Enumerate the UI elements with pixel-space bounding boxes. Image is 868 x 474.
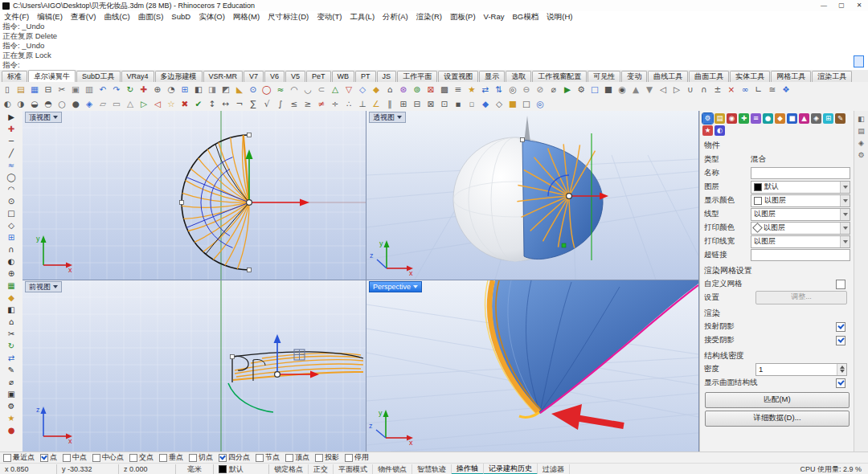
osnap-checkbox[interactable] bbox=[189, 454, 197, 462]
menu-item[interactable]: 渲染(R) bbox=[412, 11, 446, 22]
osnap-checkbox[interactable] bbox=[219, 454, 227, 462]
strip-icon[interactable]: ◧ bbox=[856, 113, 867, 125]
toolbar-icon[interactable]: ▤ bbox=[14, 83, 27, 96]
viewport-perspective-shaded[interactable]: y x z 透视图 bbox=[366, 111, 698, 280]
left-toolbar-icon[interactable]: ▶ bbox=[5, 111, 18, 123]
toolbar-icon[interactable]: ↻ bbox=[124, 83, 137, 96]
toolbar-icon[interactable]: △ bbox=[329, 83, 342, 96]
menu-item[interactable]: 曲面(S) bbox=[134, 11, 168, 22]
toolbar-icon[interactable]: ◆ bbox=[370, 83, 383, 96]
toolbar-icon[interactable]: ◁ bbox=[151, 97, 164, 110]
toolbar-icon[interactable]: √ bbox=[260, 97, 273, 110]
status-toggle[interactable]: 记录建构历史 bbox=[484, 464, 538, 474]
viewport-front[interactable]: z x 前视图 bbox=[23, 280, 366, 452]
left-toolbar-icon[interactable]: ◇ bbox=[5, 219, 18, 231]
status-toggle[interactable]: 平面模式 bbox=[334, 464, 373, 474]
toolbar-icon[interactable]: ⊖ bbox=[520, 83, 533, 96]
left-toolbar-icon[interactable]: ⚙ bbox=[5, 400, 18, 412]
toolbar-icon[interactable]: ◎ bbox=[506, 83, 519, 96]
left-toolbar-icon[interactable]: ▦ bbox=[5, 280, 18, 292]
menu-item[interactable]: SubD bbox=[167, 11, 194, 22]
ribbon-tab[interactable]: VSR-MR bbox=[203, 71, 244, 82]
toolbar-icon[interactable]: ● bbox=[69, 97, 82, 110]
panel-tab-icon[interactable]: ◈ bbox=[811, 113, 821, 124]
details-button[interactable]: 详细数据(D)... bbox=[705, 411, 850, 427]
toolbar-icon[interactable]: ∩ bbox=[698, 83, 710, 96]
toolbar-icon[interactable]: ◆ bbox=[479, 97, 492, 110]
name-input[interactable] bbox=[751, 167, 850, 179]
osnap-checkbox[interactable] bbox=[40, 454, 48, 462]
ribbon-tab[interactable]: 工作视窗配置 bbox=[532, 71, 587, 82]
osnap-toggle[interactable]: 四分点 bbox=[219, 452, 250, 463]
toolbar-icon[interactable]: ▫ bbox=[465, 97, 478, 110]
toolbar-icon[interactable]: ⊚ bbox=[411, 83, 424, 96]
ribbon-tab[interactable]: 卓尔谟翼牛 bbox=[28, 70, 76, 82]
ribbon-tab[interactable]: PeT bbox=[306, 71, 331, 82]
toolbar-icon[interactable]: ↕ bbox=[206, 97, 219, 110]
menu-item[interactable]: 实体(O) bbox=[194, 11, 229, 22]
toolbar-icon[interactable]: ◣ bbox=[233, 83, 246, 96]
hyperlink-input[interactable] bbox=[751, 249, 850, 261]
maximize-button[interactable]: ▢ bbox=[833, 0, 850, 11]
toolbar-icon[interactable]: □ bbox=[588, 83, 601, 96]
perspective-detail-canvas[interactable]: y x z bbox=[366, 280, 698, 452]
ribbon-tab[interactable]: 变动 bbox=[621, 71, 647, 82]
viewport-title-perspective[interactable]: 透视图 bbox=[369, 112, 406, 123]
toolbar-icon[interactable]: ◑ bbox=[14, 97, 27, 110]
toolbar-icon[interactable]: ¬ bbox=[233, 97, 246, 110]
toolbar-icon[interactable]: ■ bbox=[602, 83, 615, 96]
spinner-arrows[interactable] bbox=[837, 364, 846, 375]
toolbar-icon[interactable]: ∞ bbox=[739, 83, 751, 96]
osnap-toggle[interactable]: 点 bbox=[40, 452, 57, 463]
osnap-toggle[interactable]: 中点 bbox=[63, 452, 87, 463]
toolbar-icon[interactable]: ↷ bbox=[110, 83, 123, 96]
panel-tab-icon[interactable]: ▲ bbox=[799, 113, 809, 124]
ribbon-tab[interactable]: 选取 bbox=[506, 71, 531, 82]
toolbar-icon[interactable]: ✔ bbox=[192, 97, 205, 110]
panel-tab-icon[interactable]: ◉ bbox=[727, 113, 737, 124]
menu-item[interactable]: 尺寸标注(D) bbox=[264, 11, 313, 22]
viewport-title-perspective-active[interactable]: Perspective bbox=[369, 281, 422, 292]
custom-mesh-checkbox[interactable] bbox=[836, 280, 845, 289]
toolbar-icon[interactable]: ★ bbox=[465, 83, 478, 96]
ribbon-tab[interactable]: 渲染工具 bbox=[812, 71, 852, 82]
ribbon-tab[interactable]: VRay4 bbox=[121, 71, 154, 82]
print-color-dropdown[interactable]: 以图层 bbox=[751, 222, 850, 235]
toolbar-icon[interactable]: ▷ bbox=[137, 97, 150, 110]
ribbon-tab[interactable]: 显示 bbox=[479, 71, 505, 82]
toolbar-icon[interactable]: ⇅ bbox=[493, 83, 506, 96]
ribbon-tab[interactable]: 曲面工具 bbox=[689, 71, 729, 82]
toolbar-icon[interactable]: ▲ bbox=[629, 83, 642, 96]
toolbar-icon[interactable]: ⊞ bbox=[397, 97, 410, 110]
left-toolbar-icon[interactable]: ⊕ bbox=[5, 268, 18, 280]
ribbon-tab[interactable]: V7 bbox=[244, 71, 264, 82]
toolbar-icon[interactable]: ∠ bbox=[370, 97, 383, 110]
units-label[interactable]: 毫米 bbox=[176, 464, 214, 474]
osnap-toggle[interactable]: 垂点 bbox=[159, 452, 183, 463]
toolbar-icon[interactable]: ⊟ bbox=[411, 97, 424, 110]
menu-item[interactable]: 分析(A) bbox=[379, 11, 412, 22]
toolbar-icon[interactable]: ❖ bbox=[780, 83, 792, 96]
match-button[interactable]: 匹配(M) bbox=[705, 392, 850, 408]
toolbar-icon[interactable]: ◒ bbox=[28, 97, 41, 110]
adjust-mesh-button[interactable]: 调整... bbox=[755, 291, 847, 304]
toolbar-icon[interactable]: ◎ bbox=[534, 97, 547, 110]
menu-item[interactable]: 变动(T) bbox=[313, 11, 346, 22]
toolbar-icon[interactable]: △ bbox=[124, 97, 137, 110]
osnap-toggle[interactable]: 最近点 bbox=[3, 452, 35, 463]
linetype-dropdown[interactable]: 以图层 bbox=[751, 208, 850, 221]
toolbar-icon[interactable]: ÷ bbox=[329, 97, 342, 110]
toolbar-icon[interactable]: ◐ bbox=[1, 97, 14, 110]
toolbar-icon[interactable]: ± bbox=[711, 83, 724, 96]
ribbon-tab[interactable]: 标准 bbox=[2, 71, 27, 82]
toolbar-icon[interactable]: ◯ bbox=[260, 83, 273, 96]
toolbar-icon[interactable]: ∴ bbox=[342, 97, 355, 110]
osnap-toggle[interactable]: 中心点 bbox=[92, 452, 124, 463]
toolbar-icon[interactable]: ◈ bbox=[83, 97, 96, 110]
toolbar-icon[interactable]: ⊟ bbox=[42, 83, 55, 96]
panel-tab-icon[interactable]: ⊞ bbox=[823, 113, 833, 124]
toolbar-icon[interactable]: ∪ bbox=[684, 83, 697, 96]
viewport-perspective-active[interactable]: y x z Perspective bbox=[366, 280, 698, 452]
toolbar-icon[interactable]: ∑ bbox=[247, 97, 260, 110]
toolbar-icon[interactable]: ▼ bbox=[643, 83, 656, 96]
